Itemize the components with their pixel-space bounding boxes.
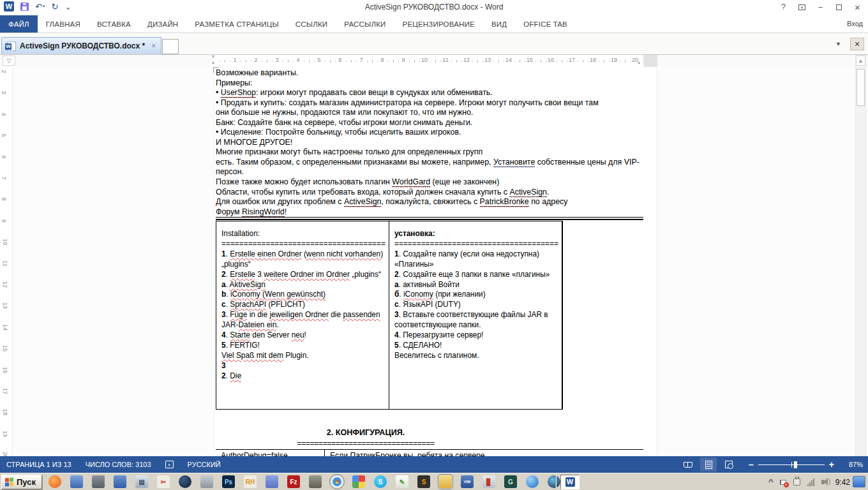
help-icon[interactable]: ? (774, 0, 793, 14)
tab-close-icon[interactable]: × (151, 41, 156, 50)
steam-icon[interactable] (548, 475, 560, 488)
minimize-icon[interactable]: – (811, 0, 830, 14)
document-tab-active[interactable]: ActiveSign РУКОВОДСТВО.docx * × (1, 37, 161, 54)
ruler-tick (414, 60, 415, 63)
show-desktop-button[interactable] (853, 476, 865, 487)
vertical-scrollbar[interactable]: ▲ (855, 55, 866, 456)
proofing-errors-icon[interactable]: × (165, 461, 174, 468)
text-run: Для ошибок или других проблем с (216, 197, 344, 206)
new-tab-button[interactable] (162, 39, 179, 54)
text-run: . ЯзыкAPI (DUTY) (399, 300, 461, 309)
ruler-tick (272, 61, 273, 62)
text-run: iConomy (403, 290, 433, 299)
start-button[interactable]: Пуск (1, 475, 42, 489)
notepad-editor-icon[interactable]: ✎ (396, 475, 408, 488)
read-mode-button[interactable] (680, 457, 696, 471)
scroll-up-icon[interactable]: ▲ (856, 56, 865, 66)
ribbon-display-options-icon[interactable]: ▴ (793, 0, 811, 14)
zoom-out-icon[interactable]: – (749, 459, 754, 470)
text-run: 1 (394, 249, 399, 258)
ribbon-tab-ссылки[interactable]: ССЫЛКИ (287, 15, 336, 33)
page-indicator[interactable]: СТРАНИЦА 1 ИЗ 13 (6, 461, 71, 468)
game-center-icon[interactable] (352, 475, 365, 488)
taskbar-clock[interactable]: 9:42 (835, 478, 850, 487)
presentation-icon[interactable] (114, 475, 126, 488)
word-taskbar-button[interactable]: W (560, 475, 580, 489)
right-indent-marker[interactable]: ▴ (638, 59, 640, 65)
close-icon[interactable]: × (848, 0, 867, 14)
expand-tray-icon[interactable]: ^ (768, 479, 774, 486)
browser-sphere-icon[interactable] (526, 475, 539, 488)
ribbon-tabs: ФАЙЛГЛАВНАЯВСТАВКАДИЗАЙНРАЗМЕТКА СТРАНИЦ… (0, 15, 868, 33)
language-indicator[interactable]: РУССКИЙ (188, 461, 221, 468)
skype-icon[interactable]: S (374, 475, 387, 488)
word-app-icon: W (565, 477, 575, 487)
first-line-indent-marker[interactable]: ▾ (212, 54, 214, 59)
print-layout-button[interactable] (700, 457, 717, 471)
ribbon-tab-дизайн[interactable]: ДИЗАЙН (139, 15, 186, 33)
vertical-ruler[interactable]: 234567891011121314151617181920 (0, 67, 13, 456)
chart-app-icon[interactable]: ▊ (483, 475, 495, 488)
ribbon-tab-вид[interactable]: ВИД (483, 15, 515, 33)
word-count[interactable]: ЧИСЛО СЛОВ: 3103 (86, 461, 151, 468)
ribbon-tab-office-tab[interactable]: OFFICE TAB (515, 15, 576, 33)
hanging-indent-marker[interactable]: ▴ (212, 59, 214, 65)
ribbon-tab-вставка[interactable]: ВСТАВКА (89, 15, 139, 33)
ruler-number: 2 (1, 70, 7, 73)
discord-icon[interactable] (266, 475, 278, 488)
raidcall-icon[interactable]: RH (244, 475, 257, 488)
horizontal-ruler[interactable]: 1234567891011121314151617181920▾▴▴ (214, 55, 657, 67)
chrome-icon[interactable] (331, 475, 343, 488)
status-bar: СТРАНИЦА 1 ИЗ 13 ЧИСЛО СЛОВ: 3103 × РУСС… (0, 456, 868, 473)
tab-bar-close-icon[interactable]: × (850, 38, 864, 50)
config-table-row: AuthorDebug=false Если ПатрикБронке вы, … (216, 449, 643, 456)
ribbon-tab-рассылки[interactable]: РАССЫЛКИ (336, 15, 394, 33)
ruler-number: 6 (1, 155, 7, 158)
ribbon-tab-разметка-страницы[interactable]: РАЗМЕТКА СТРАНИЦЫ (186, 15, 287, 33)
tab-selector-icon[interactable]: ▽ (3, 56, 15, 66)
ruler-number: 9 (399, 57, 408, 63)
database-icon[interactable] (309, 475, 322, 488)
ruler-tick (546, 61, 546, 62)
dxtory-icon[interactable] (70, 475, 83, 488)
vim-icon[interactable]: VIM (461, 475, 474, 488)
zoom-in-icon[interactable]: + (829, 459, 834, 470)
scrollbar-thumb[interactable] (857, 69, 865, 106)
table-line: а. активный Войти (394, 280, 558, 290)
window-app-icon[interactable] (200, 475, 213, 488)
table-line: c. SprachAPI (PFLICHT) (221, 300, 385, 310)
volume-icon[interactable] (821, 480, 825, 484)
zoom-slider-thumb[interactable] (794, 461, 797, 468)
ruler-number: 12 (2, 281, 8, 288)
remote-desktop-icon[interactable] (92, 475, 105, 488)
ruler-tick (435, 60, 436, 63)
calculator-icon[interactable]: ▤ (135, 475, 148, 488)
action-center-flag-icon[interactable] (780, 480, 786, 485)
ribbon-tab-рецензирование[interactable]: РЕЦЕНЗИРОВАНИЕ (394, 15, 483, 33)
text-run: in die (247, 310, 269, 319)
punto-switcher-icon[interactable] (179, 475, 191, 488)
web-layout-button[interactable] (721, 457, 737, 471)
ribbon-tab-файл[interactable]: ФАЙЛ (0, 15, 38, 33)
zoom-slider[interactable] (758, 464, 825, 465)
zoom-percentage[interactable]: 87% (841, 461, 863, 468)
sublime-text-icon[interactable]: S (417, 475, 430, 488)
ruler-tick (393, 60, 394, 63)
filezilla-icon[interactable]: Fz (287, 475, 300, 488)
document-tab-bar: ActiveSign РУКОВОДСТВО.docx * × ▼ × (0, 34, 868, 55)
photoshop-icon[interactable]: Ps (222, 475, 235, 488)
sign-in-link[interactable]: Вход (847, 20, 863, 27)
network-signal-icon[interactable] (807, 479, 814, 486)
file-explorer-icon[interactable] (439, 475, 452, 488)
restore-icon[interactable] (830, 0, 848, 14)
text-run: (PFLICHT) (266, 300, 305, 309)
text-run: ) (380, 249, 383, 258)
power-plug-icon[interactable] (793, 479, 800, 486)
gimp-icon[interactable]: G (504, 475, 517, 488)
taskbar-separator (555, 475, 557, 489)
table-line: 2. Erstelle 3 weitere Ordner im Ordner „… (221, 270, 385, 280)
ribbon-tab-главная[interactable]: ГЛАВНАЯ (38, 15, 89, 33)
tab-list-dropdown-icon[interactable]: ▼ (835, 41, 841, 47)
snipping-tool-icon[interactable]: ✂ (157, 475, 170, 488)
media-player-icon[interactable] (49, 475, 61, 488)
